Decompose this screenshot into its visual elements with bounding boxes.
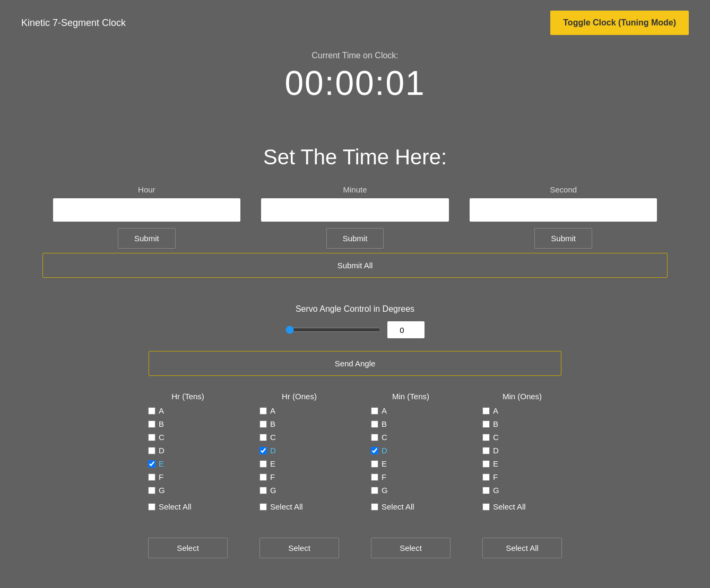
seg-checkbox-hr_tens_c[interactable] — [148, 434, 155, 441]
seg-row-1-0: A — [259, 406, 275, 415]
seg-label-min_tens_d: D — [382, 446, 387, 455]
seg-checkbox-hr_tens_b[interactable] — [148, 420, 155, 428]
set-time-section: Set The Time Here: Hour Submit Minute Su… — [0, 113, 710, 288]
bottom-btn-col-0: Select — [148, 538, 228, 558]
seg-checkbox-min_tens_f[interactable] — [371, 473, 378, 481]
seg-label-hr_ones_f: F — [270, 472, 275, 481]
seg-checkbox-hr_tens_f[interactable] — [148, 473, 155, 481]
seg-label-min_ones_b: B — [493, 419, 498, 428]
select-all-row-3[interactable]: Select All — [482, 502, 526, 511]
seg-checkbox-hr_ones_g[interactable] — [259, 487, 267, 494]
select-button-3[interactable]: Select All — [482, 538, 562, 558]
seg-row-3-3: D — [482, 446, 499, 455]
seg-row-0-0: A — [148, 406, 164, 415]
seg-checkbox-min_ones_d[interactable] — [482, 447, 490, 454]
seg-checkbox-hr_ones_e[interactable] — [259, 460, 267, 468]
seg-checkbox-hr_ones_a[interactable] — [259, 407, 267, 415]
select-all-checkbox-1[interactable] — [259, 503, 267, 511]
toggle-clock-button[interactable]: Toggle Clock (Tuning Mode) — [550, 11, 689, 35]
submit-all-button[interactable]: Submit All — [42, 253, 668, 278]
seg-row-3-5: F — [482, 472, 498, 481]
servo-section: Servo Angle Control in Degrees — [0, 288, 710, 351]
seg-row-0-6: G — [148, 486, 165, 495]
seg-label-hr_tens_b: B — [159, 419, 164, 428]
seg-col-title-2: Min (Tens) — [371, 392, 451, 401]
seg-checkbox-min_tens_a[interactable] — [371, 407, 378, 415]
seg-row-0-1: B — [148, 419, 164, 428]
seg-row-1-3: D — [259, 446, 276, 455]
select-button-0[interactable]: Select — [148, 538, 228, 558]
seg-label-min_tens_e: E — [382, 459, 387, 468]
seg-row-3-6: G — [482, 486, 499, 495]
second-submit-button[interactable]: Submit — [534, 228, 592, 249]
minute-input[interactable] — [261, 198, 448, 222]
send-angle-button[interactable]: Send Angle — [149, 351, 561, 376]
seg-row-0-4: E — [148, 459, 164, 468]
seg-checkbox-min_ones_a[interactable] — [482, 407, 490, 415]
hour-input[interactable] — [53, 198, 240, 222]
seg-row-3-0: A — [482, 406, 498, 415]
seg-label-min_ones_f: F — [493, 472, 498, 481]
seg-checkbox-hr_tens_d[interactable] — [148, 447, 155, 454]
select-all-row-1[interactable]: Select All — [259, 502, 303, 511]
minute-submit-button[interactable]: Submit — [326, 228, 384, 249]
seg-checkbox-min_ones_g[interactable] — [482, 487, 490, 494]
segments-section: Hr (Tens)ABCDEFGSelect AllHr (Ones)ABCDE… — [0, 387, 710, 532]
seg-label-hr_ones_e: E — [270, 459, 275, 468]
select-all-checkbox-2[interactable] — [371, 503, 378, 511]
seg-row-0-3: D — [148, 446, 164, 455]
servo-label: Servo Angle Control in Degrees — [0, 304, 710, 314]
select-button-2[interactable]: Select — [371, 538, 451, 558]
seg-row-2-3: D — [371, 446, 387, 455]
seg-row-2-1: B — [371, 419, 387, 428]
seg-checkbox-hr_ones_b[interactable] — [259, 420, 267, 428]
select-all-checkbox-3[interactable] — [482, 503, 490, 511]
seg-col-2: Min (Tens)ABCDEFGSelect All — [371, 392, 451, 511]
select-all-row-0[interactable]: Select All — [148, 502, 192, 511]
second-label: Second — [550, 185, 577, 194]
servo-number-input[interactable] — [387, 321, 425, 338]
seg-label-hr_tens_f: F — [159, 472, 163, 481]
seg-checkbox-hr_tens_g[interactable] — [148, 487, 155, 494]
seg-col-0: Hr (Tens)ABCDEFGSelect All — [148, 392, 228, 511]
seg-checkbox-min_tens_e[interactable] — [371, 460, 378, 468]
minute-col: Minute Submit — [251, 185, 460, 249]
seg-checkbox-min_ones_e[interactable] — [482, 460, 490, 468]
top-bar: Kinetic 7-Segment Clock Toggle Clock (Tu… — [0, 0, 710, 46]
seg-checkbox-hr_tens_a[interactable] — [148, 407, 155, 415]
seg-row-0-5: F — [148, 472, 163, 481]
seg-checkbox-min_tens_d[interactable] — [371, 447, 378, 454]
seg-checkbox-min_ones_f[interactable] — [482, 473, 490, 481]
seg-checkbox-hr_ones_d[interactable] — [259, 447, 267, 454]
seg-label-hr_tens_a: A — [159, 406, 164, 415]
app-title: Kinetic 7-Segment Clock — [21, 17, 126, 29]
servo-slider[interactable] — [285, 326, 381, 334]
seg-row-3-4: E — [482, 459, 498, 468]
seg-checkbox-hr_ones_c[interactable] — [259, 434, 267, 441]
seg-row-3-2: C — [482, 433, 499, 442]
seg-label-min_ones_a: A — [493, 406, 498, 415]
seg-checkbox-min_tens_g[interactable] — [371, 487, 378, 494]
select-all-label-0: Select All — [159, 502, 192, 511]
time-inputs: Hour Submit Minute Submit Second Submit — [0, 185, 710, 249]
seg-row-1-1: B — [259, 419, 275, 428]
seg-label-min_tens_f: F — [382, 472, 386, 481]
select-all-row-2[interactable]: Select All — [371, 502, 414, 511]
seg-checkbox-min_tens_c[interactable] — [371, 434, 378, 441]
seg-checkbox-hr_ones_f[interactable] — [259, 473, 267, 481]
select-button-1[interactable]: Select — [259, 538, 339, 558]
seg-checkbox-min_tens_b[interactable] — [371, 420, 378, 428]
seg-label-hr_ones_d: D — [270, 446, 276, 455]
seg-checkbox-min_ones_b[interactable] — [482, 420, 490, 428]
hour-label: Hour — [138, 185, 155, 194]
seg-checkbox-hr_tens_e[interactable] — [148, 460, 155, 468]
select-all-checkbox-0[interactable] — [148, 503, 155, 511]
seg-label-hr_tens_e: E — [159, 459, 164, 468]
seg-col-title-1: Hr (Ones) — [259, 392, 339, 401]
seg-col-title-3: Min (Ones) — [482, 392, 562, 401]
seg-row-2-6: G — [371, 486, 388, 495]
seg-checkbox-min_ones_c[interactable] — [482, 434, 490, 441]
hour-submit-button[interactable]: Submit — [118, 228, 176, 249]
seg-label-min_tens_a: A — [382, 406, 387, 415]
second-input[interactable] — [470, 198, 657, 222]
